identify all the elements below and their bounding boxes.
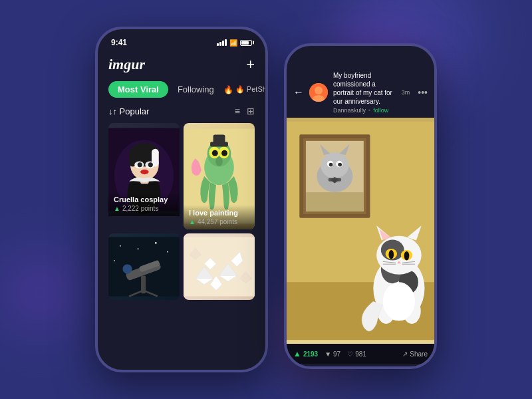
svg-point-25 <box>120 245 121 247</box>
svg-point-12 <box>148 162 153 167</box>
tab-bar: Most Viral Following 🔥 🔥 PetShow2021 <box>108 81 255 98</box>
sort-label[interactable]: ↓↑ Popular <box>108 106 149 116</box>
svg-point-79 <box>388 250 394 259</box>
svg-point-80 <box>404 251 410 261</box>
share-icon: ↗ <box>402 350 408 358</box>
app-header: imgur + <box>108 51 255 81</box>
tab-following[interactable]: Following <box>178 84 214 94</box>
svg-point-26 <box>155 242 157 244</box>
separator: • <box>368 107 370 114</box>
downvote-icon: ▼ <box>325 350 331 358</box>
post-origami[interactable] <box>184 233 255 300</box>
heart-button[interactable]: ♡ 981 <box>347 350 366 358</box>
battery-icon <box>240 40 252 46</box>
svg-point-27 <box>138 248 139 249</box>
view-options: ≡ ⊞ <box>235 106 255 116</box>
origami-image <box>184 233 255 300</box>
downvote-count: 97 <box>333 350 340 358</box>
cruella-image: Cruella cosplay ▲ 2,222 points <box>108 123 180 216</box>
follow-button[interactable]: follow <box>373 107 388 114</box>
telescope-art-svg <box>108 233 180 300</box>
svg-point-28 <box>167 251 168 253</box>
more-options-button[interactable]: ••• <box>418 87 428 98</box>
svg-rect-23 <box>213 135 225 143</box>
post-telescope[interactable] <box>108 233 180 300</box>
status-icons: 📶 <box>217 39 252 47</box>
cruella-card-label: Cruella cosplay ▲ 2,222 points <box>108 192 180 216</box>
signal-icon <box>217 39 227 46</box>
cruella-points: ▲ 2,222 points <box>114 205 174 212</box>
signal-bar-1 <box>217 43 219 46</box>
tab-petshow-label: 🔥 PetShow2021 <box>235 85 268 94</box>
telescope-image <box>108 233 180 300</box>
notch-2 <box>334 46 387 59</box>
svg-point-47 <box>315 86 323 94</box>
content-grid: Cruella cosplay ▲ 2,222 points <box>108 123 255 300</box>
svg-point-19 <box>212 150 218 156</box>
upvote-icon-2: ▲ <box>189 218 196 225</box>
post-title: My boyfriend comissioned a portrait of m… <box>333 71 396 106</box>
svg-point-20 <box>221 150 227 156</box>
svg-point-62 <box>338 163 342 167</box>
upvote-icon: ▲ <box>114 205 120 212</box>
post-cruella[interactable]: Cruella cosplay ▲ 2,222 points <box>108 123 180 229</box>
phone-1: 9:41 📶 imgur + <box>95 27 268 372</box>
grid-icon[interactable]: ⊞ <box>247 106 255 116</box>
share-button[interactable]: ↗ Share <box>402 350 428 358</box>
wifi-icon: 📶 <box>229 39 237 47</box>
svg-point-71 <box>383 282 415 321</box>
svg-point-13 <box>140 170 148 174</box>
painting-title: I love painting <box>189 209 249 217</box>
post-user-row: Dannaskully • follow <box>333 107 396 114</box>
svg-point-21 <box>215 157 223 166</box>
origami-art-svg <box>184 233 255 300</box>
heart-icon: ♡ <box>347 350 353 358</box>
tab-most-viral[interactable]: Most Viral <box>108 81 168 98</box>
svg-rect-65 <box>306 192 364 211</box>
user-avatar <box>309 83 328 102</box>
phone-1-content: imgur + Most Viral Following 🔥 🔥 PetShow… <box>98 51 265 300</box>
add-button[interactable]: + <box>246 56 255 73</box>
svg-point-11 <box>138 162 142 167</box>
upvote-button[interactable]: ▲ 2193 <box>293 349 318 358</box>
phone-2: ← My boyfriend comissioned a portrait of… <box>284 43 437 369</box>
painting-points-value: 44,257 points <box>198 218 237 225</box>
share-label: Share <box>410 350 428 358</box>
painting-card-label: I love painting ▲ 44,257 points <box>184 205 255 229</box>
scene: 9:41 📶 imgur + <box>0 0 532 399</box>
painting-image: I love painting ▲ 44,257 points <box>184 123 255 229</box>
heart-count: 981 <box>355 350 366 358</box>
signal-bar-2 <box>219 42 221 46</box>
cruella-title: Cruella cosplay <box>114 196 174 203</box>
bg-decoration-3 <box>0 253 80 332</box>
notch-1 <box>155 29 208 43</box>
post-image-svg <box>287 118 434 344</box>
signal-bar-3 <box>222 41 224 46</box>
cruella-points-value: 2,222 points <box>122 205 159 212</box>
downvote-button[interactable]: ▼ 97 <box>325 350 340 358</box>
painting-points: ▲ 44,257 points <box>189 218 249 225</box>
filter-bar: ↓↑ Popular ≡ ⊞ <box>108 106 255 116</box>
post-meta: My boyfriend comissioned a portrait of m… <box>333 71 396 114</box>
back-button[interactable]: ← <box>293 86 304 98</box>
status-time: 9:41 <box>111 38 127 47</box>
fire-icon: 🔥 <box>223 85 233 94</box>
tab-petshow[interactable]: 🔥 🔥 PetShow2021 <box>223 85 268 94</box>
svg-point-56 <box>321 152 348 178</box>
imgur-logo: imgur <box>108 56 145 73</box>
battery-fill <box>241 41 249 45</box>
svg-point-29 <box>114 260 115 261</box>
upvote-icon-3: ▲ <box>293 349 301 358</box>
post-painting[interactable]: I love painting ▲ 44,257 points <box>184 123 255 229</box>
signal-bar-4 <box>225 39 227 46</box>
upvote-count: 2193 <box>303 350 318 358</box>
post-time: 3m <box>402 89 410 96</box>
interaction-bar: ▲ 2193 ▼ 97 ♡ 981 ↗ Share <box>287 344 434 364</box>
post-image <box>287 118 434 344</box>
svg-point-61 <box>329 163 333 167</box>
filter-icon[interactable]: ≡ <box>235 106 240 116</box>
username: Dannaskully <box>333 107 366 114</box>
avatar-art <box>309 83 328 102</box>
post-header: ← My boyfriend comissioned a portrait of… <box>287 67 434 118</box>
